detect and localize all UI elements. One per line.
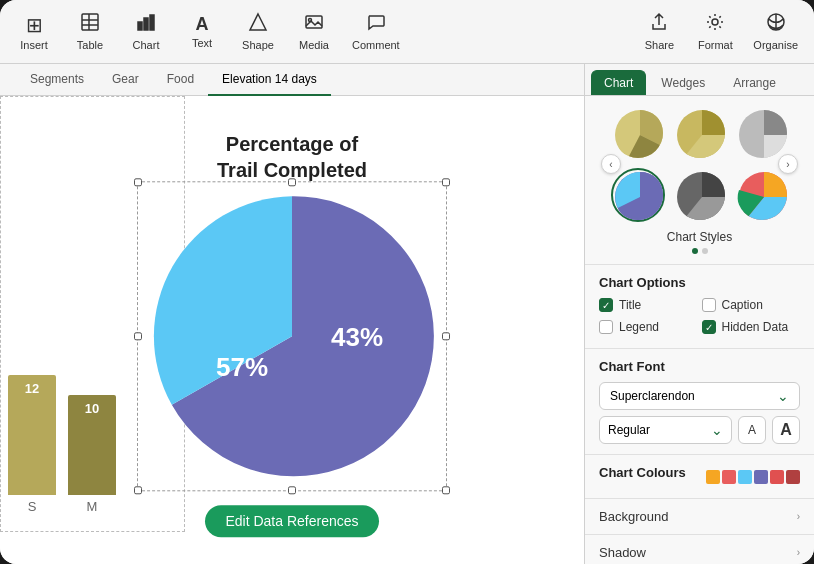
tab-elevation[interactable]: Elevation 14 days <box>208 64 331 96</box>
svg-point-10 <box>712 19 718 25</box>
colours-row: Chart Colours <box>599 465 800 488</box>
panel-tab-arrange[interactable]: Arrange <box>720 70 789 95</box>
text-label: Text <box>192 37 212 49</box>
main-content: Segments Gear Food Elevation 14 days 12 <box>0 64 814 564</box>
checkbox-legend[interactable] <box>599 320 613 334</box>
pie-selection-wrap: 57% 43% <box>147 191 437 481</box>
style-label: Chart Styles <box>667 230 732 244</box>
swatch-5[interactable] <box>770 470 784 484</box>
toolbar-insert[interactable]: ⊞ Insert <box>16 13 52 51</box>
chevron-down-icon-2: ⌄ <box>711 422 723 438</box>
swatch-2[interactable] <box>722 470 736 484</box>
checkbox-title[interactable]: ✓ <box>599 298 613 312</box>
font-style-dropdown[interactable]: Regular ⌄ <box>599 416 732 444</box>
style-thumb-2[interactable] <box>673 106 727 160</box>
bar-s: 12 <box>8 375 56 495</box>
handle-bl[interactable] <box>134 486 142 494</box>
right-panel: Chart Wedges Arrange ‹ <box>584 64 814 564</box>
shadow-chevron: › <box>797 547 800 558</box>
insert-label: Insert <box>20 39 48 51</box>
table-icon <box>80 12 100 37</box>
tab-gear[interactable]: Gear <box>98 64 153 96</box>
style-thumb-6[interactable] <box>735 168 789 222</box>
toolbar-format[interactable]: Format <box>697 12 733 51</box>
chart-options-section: Chart Options ✓ Title Caption Legend <box>585 264 814 348</box>
tab-food[interactable]: Food <box>153 64 208 96</box>
font-style-row: Regular ⌄ A A <box>599 416 800 444</box>
chevron-down-icon: ⌄ <box>777 388 789 404</box>
chart-icon <box>136 12 156 37</box>
chart-font-section: Chart Font Superclarendon ⌄ Regular ⌄ A … <box>585 348 814 454</box>
style-thumb-3[interactable] <box>735 106 789 160</box>
swatch-6[interactable] <box>786 470 800 484</box>
style-thumb-1[interactable] <box>611 106 665 160</box>
shadow-label: Shadow <box>599 545 646 560</box>
panel-tabs: Chart Wedges Arrange <box>585 64 814 96</box>
chart-font-title: Chart Font <box>599 359 800 374</box>
pie-dashed-border <box>137 181 447 491</box>
toolbar-table[interactable]: Table <box>72 12 108 51</box>
text-icon: A <box>196 14 209 35</box>
dot-2 <box>702 248 708 254</box>
swatch-3[interactable] <box>738 470 752 484</box>
background-section[interactable]: Background › <box>585 498 814 534</box>
shape-icon <box>248 12 268 37</box>
share-icon <box>649 12 669 37</box>
share-label: Share <box>645 39 674 51</box>
carousel-prev[interactable]: ‹ <box>601 154 621 174</box>
swatch-4[interactable] <box>754 470 768 484</box>
toolbar-shape[interactable]: Shape <box>240 12 276 51</box>
shadow-section[interactable]: Shadow › <box>585 534 814 564</box>
colour-swatches <box>706 470 800 484</box>
chart-label: Chart <box>133 39 160 51</box>
pie-chart-container: Percentage of Trail Completed <box>147 131 437 537</box>
option-title-label: Title <box>619 298 641 312</box>
style-thumb-5[interactable] <box>673 168 727 222</box>
toolbar-text[interactable]: A Text <box>184 14 220 49</box>
handle-tm[interactable] <box>288 178 296 186</box>
toolbar-comment[interactable]: Comment <box>352 12 400 51</box>
handle-br[interactable] <box>442 486 450 494</box>
panel-tab-chart[interactable]: Chart <box>591 70 646 95</box>
format-icon <box>705 12 725 37</box>
option-hidden-data: ✓ Hidden Data <box>702 320 801 334</box>
handle-tl[interactable] <box>134 178 142 186</box>
shape-label: Shape <box>242 39 274 51</box>
media-label: Media <box>299 39 329 51</box>
toolbar: ⊞ Insert Table Chart <box>0 0 814 64</box>
edit-data-button[interactable]: Edit Data References <box>205 505 378 537</box>
toolbar-chart[interactable]: Chart <box>128 12 164 51</box>
handle-mr[interactable] <box>442 332 450 340</box>
panel-tab-wedges[interactable]: Wedges <box>648 70 718 95</box>
font-size-small-btn[interactable]: A <box>738 416 766 444</box>
toolbar-share[interactable]: Share <box>641 12 677 51</box>
checkbox-hidden-data[interactable]: ✓ <box>702 320 716 334</box>
svg-rect-5 <box>144 18 148 30</box>
handle-ml[interactable] <box>134 332 142 340</box>
font-name-dropdown[interactable]: Superclarendon ⌄ <box>599 382 800 410</box>
handle-tr[interactable] <box>442 178 450 186</box>
toolbar-media[interactable]: Media <box>296 12 332 51</box>
dot-1 <box>692 248 698 254</box>
swatch-1[interactable] <box>706 470 720 484</box>
tab-segments[interactable]: Segments <box>16 64 98 96</box>
organise-icon <box>766 12 786 37</box>
chart-colours-section: Chart Colours <box>585 454 814 498</box>
toolbar-organise[interactable]: Organise <box>753 12 798 51</box>
option-title: ✓ Title <box>599 298 698 312</box>
font-size-large-btn[interactable]: A <box>772 416 800 444</box>
chart-title: Percentage of Trail Completed <box>217 131 367 183</box>
insert-icon: ⊞ <box>26 13 43 37</box>
checkbox-caption[interactable] <box>702 298 716 312</box>
chart-colours-title: Chart Colours <box>599 465 686 480</box>
table-label: Table <box>77 39 103 51</box>
option-hidden-data-label: Hidden Data <box>722 320 789 334</box>
carousel-next[interactable]: › <box>778 154 798 174</box>
style-grid <box>611 106 789 222</box>
handle-bm[interactable] <box>288 486 296 494</box>
background-chevron: › <box>797 511 800 522</box>
option-caption: Caption <box>702 298 801 312</box>
style-thumb-4[interactable] <box>611 168 665 222</box>
bar-m: 10 <box>68 395 116 495</box>
chart-options-title: Chart Options <box>599 275 800 290</box>
